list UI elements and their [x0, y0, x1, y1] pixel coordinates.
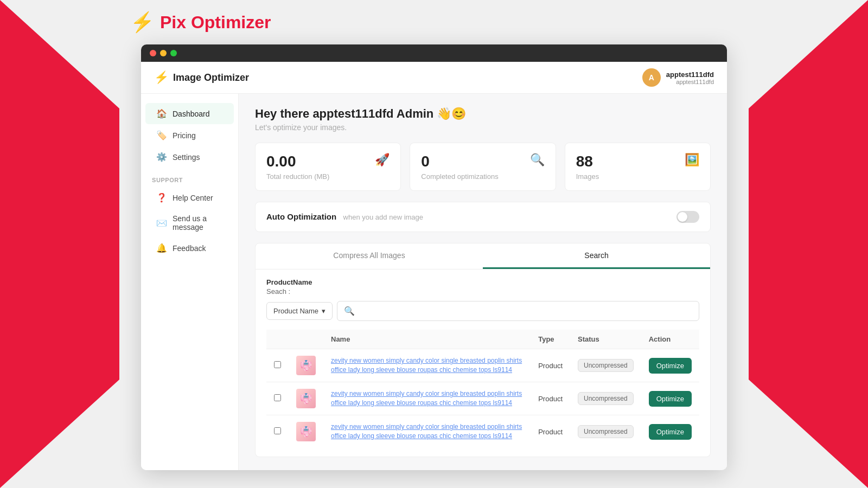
th-image [289, 330, 323, 349]
th-type: Type [531, 330, 570, 349]
search-row: Product Name ▾ 🔍 [266, 301, 699, 321]
app-logo-icon: ⚡ [154, 70, 169, 85]
support-section-label: SUPPORT [141, 168, 238, 187]
filter-label: ProductName [266, 278, 699, 286]
td-type: Product [531, 415, 570, 448]
tab-compress[interactable]: Compress All Images [256, 243, 483, 269]
app-title: Image Optimizer [173, 72, 249, 84]
stat-card-optimizations: 0 Completed optimizations 🔍 [410, 143, 556, 191]
sidebar-label-pricing: Pricing [173, 131, 196, 140]
auto-opt-sub: when you add new image [343, 213, 423, 221]
browser-window: ⚡ Image Optimizer A apptest111dfd apptes… [141, 44, 727, 470]
sidebar-item-send-message[interactable]: ✉️ Send us a message [145, 209, 234, 237]
bg-decoration-left [0, 0, 119, 488]
stat-value-images: 88 [576, 153, 599, 170]
status-badge: Uncompressed [578, 392, 634, 405]
logo-icon: ⚡ [130, 11, 155, 34]
optimize-button[interactable]: Optimize [649, 391, 692, 407]
sidebar-label-settings: Settings [173, 153, 200, 162]
select-label: Product Name [273, 307, 318, 315]
sidebar-item-help-center[interactable]: ❓ Help Center [145, 187, 234, 208]
search-sublabel: Seach : [266, 287, 699, 296]
td-check [266, 349, 289, 382]
tabs: Compress All Images Search [255, 243, 711, 269]
search-glass-icon: 🔍 [344, 306, 355, 316]
top-bar: ⚡ Pix Optimizer [0, 0, 868, 44]
auto-opt-toggle[interactable] [676, 211, 699, 223]
dot-red[interactable] [150, 50, 156, 56]
status-badge: Uncompressed [578, 359, 634, 372]
product-thumbnail: 👘 [296, 422, 316, 441]
td-status: Uncompressed [570, 349, 641, 382]
row-checkbox[interactable] [274, 394, 281, 401]
user-name: apptest111dfd [666, 70, 714, 79]
stat-card-images: 88 Images 🖼️ [565, 143, 711, 191]
optimize-button[interactable]: Optimize [649, 424, 692, 440]
table-row: 👘 zevity new women simply candy color si… [266, 415, 699, 448]
stats-row: 0.00 Total reduction (MB) 🚀 0 Completed … [255, 143, 711, 191]
status-badge: Uncompressed [578, 425, 634, 438]
stat-value-optimizations: 0 [421, 153, 498, 170]
td-name: zevity new women simply candy color sing… [323, 415, 531, 448]
user-email: apptest111dfd [666, 79, 714, 85]
search-input[interactable] [358, 307, 692, 315]
tab-search[interactable]: Search [483, 243, 710, 269]
td-image: 👘 [289, 382, 323, 415]
sidebar-item-settings[interactable]: ⚙️ Settings [145, 146, 234, 168]
td-name: zevity new women simply candy color sing… [323, 382, 531, 415]
sidebar-item-feedback[interactable]: 🔔 Feedback [145, 237, 234, 259]
product-link[interactable]: zevity new women simply candy color sing… [331, 356, 523, 375]
th-check [266, 330, 289, 349]
logo-text: Pix Optimizer [160, 12, 271, 33]
main-content: Hey there apptest111dfd Admin 👋😊 Let's o… [239, 94, 727, 470]
greeting-sub: Let's optimize your images. [255, 123, 711, 132]
td-image: 👘 [289, 349, 323, 382]
product-link[interactable]: zevity new women simply candy color sing… [331, 422, 523, 441]
td-action: Optimize [641, 415, 699, 448]
th-status: Status [570, 330, 641, 349]
td-check [266, 415, 289, 448]
sidebar-label-message: Send us a message [173, 214, 223, 232]
mail-icon: ✉️ [156, 218, 167, 228]
sidebar-label-dashboard: Dashboard [173, 110, 210, 118]
table-row: 👘 zevity new women simply candy color si… [266, 349, 699, 382]
product-table: Name Type Status Action 👘 zevity new [266, 330, 699, 448]
tag-icon: 🏷️ [156, 130, 167, 140]
table-row: 👘 zevity new women simply candy color si… [266, 382, 699, 415]
dot-yellow[interactable] [160, 50, 167, 56]
bell-icon: 🔔 [156, 243, 167, 253]
app-header: ⚡ Image Optimizer A apptest111dfd apptes… [141, 62, 727, 94]
product-link[interactable]: zevity new women simply candy color sing… [331, 389, 523, 408]
th-name: Name [323, 330, 531, 349]
search-input-wrap: 🔍 [337, 301, 699, 321]
td-name: zevity new women simply candy color sing… [323, 349, 531, 382]
td-action: Optimize [641, 349, 699, 382]
home-icon: 🏠 [156, 108, 167, 119]
td-action: Optimize [641, 382, 699, 415]
td-type: Product [531, 382, 570, 415]
stat-label-images: Images [576, 172, 599, 181]
auto-optimization-bar: Auto Optimization when you add new image [255, 202, 711, 232]
search-panel: ProductName Seach : Product Name ▾ 🔍 [255, 269, 711, 457]
browser-chrome [141, 44, 727, 62]
gear-icon: ⚙️ [156, 152, 167, 162]
auto-opt-label-wrap: Auto Optimization when you add new image [266, 212, 423, 222]
auto-opt-title: Auto Optimization [266, 212, 336, 221]
row-checkbox[interactable] [274, 427, 281, 434]
td-status: Uncompressed [570, 415, 641, 448]
image-icon: 🖼️ [685, 153, 699, 167]
dot-green[interactable] [170, 50, 177, 56]
user-info: apptest111dfd apptest111dfd [666, 70, 714, 85]
sidebar-item-dashboard[interactable]: 🏠 Dashboard [145, 103, 234, 124]
avatar: A [642, 68, 661, 87]
row-checkbox[interactable] [274, 361, 281, 368]
optimize-button[interactable]: Optimize [649, 358, 692, 374]
th-action: Action [641, 330, 699, 349]
td-check [266, 382, 289, 415]
sidebar-item-pricing[interactable]: 🏷️ Pricing [145, 125, 234, 146]
app-body: 🏠 Dashboard 🏷️ Pricing ⚙️ Settings SUPPO… [141, 94, 727, 470]
product-type-select[interactable]: Product Name ▾ [266, 302, 333, 320]
sidebar-label-feedback: Feedback [173, 244, 206, 253]
chevron-down-icon: ▾ [322, 307, 326, 315]
product-thumbnail: 👘 [296, 356, 316, 375]
